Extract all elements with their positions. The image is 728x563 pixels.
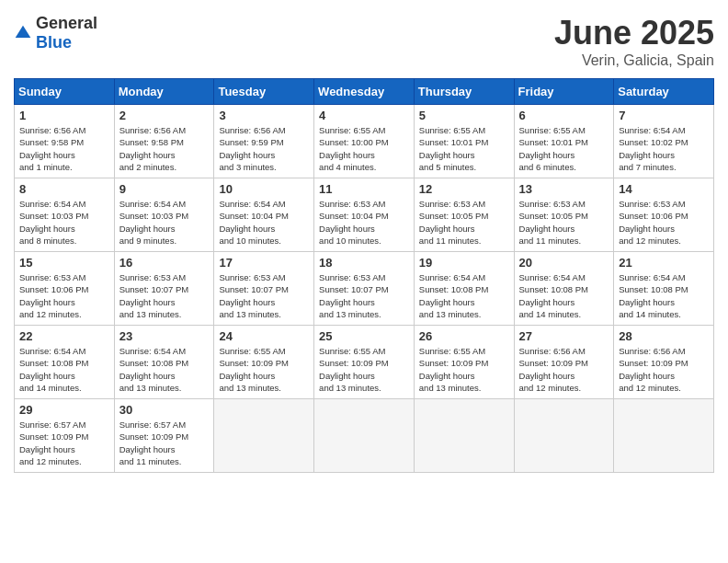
calendar-week-row: 1 Sunrise: 6:56 AM Sunset: 9:58 PM Dayli… (15, 105, 714, 178)
calendar-day-cell: 29 Sunrise: 6:57 AM Sunset: 10:09 PM Day… (15, 399, 115, 473)
weekday-header-cell: Tuesday (214, 79, 314, 105)
calendar-week-row: 29 Sunrise: 6:57 AM Sunset: 10:09 PM Day… (15, 399, 714, 473)
day-info: Sunrise: 6:53 AM Sunset: 10:07 PM Daylig… (219, 271, 309, 320)
day-number: 23 (119, 329, 210, 343)
header: General Blue June 2025 Verin, Galicia, S… (14, 14, 714, 69)
weekday-header-cell: Wednesday (314, 79, 415, 105)
day-number: 26 (419, 329, 509, 343)
day-info: Sunrise: 6:56 AM Sunset: 10:09 PM Daylig… (619, 345, 709, 394)
calendar-day-cell: 9 Sunrise: 6:54 AM Sunset: 10:03 PM Dayl… (114, 178, 214, 252)
calendar-table: SundayMondayTuesdayWednesdayThursdayFrid… (14, 78, 714, 473)
day-info: Sunrise: 6:55 AM Sunset: 10:01 PM Daylig… (519, 124, 609, 173)
calendar-day-cell: 10 Sunrise: 6:54 AM Sunset: 10:04 PM Day… (214, 178, 314, 252)
day-info: Sunrise: 6:55 AM Sunset: 10:09 PM Daylig… (419, 345, 509, 394)
day-number: 13 (519, 182, 609, 196)
calendar-day-cell: 21 Sunrise: 6:54 AM Sunset: 10:08 PM Day… (614, 252, 714, 326)
day-info: Sunrise: 6:53 AM Sunset: 10:07 PM Daylig… (119, 271, 210, 320)
calendar-day-cell: 7 Sunrise: 6:54 AM Sunset: 10:02 PM Dayl… (614, 105, 714, 178)
day-info: Sunrise: 6:54 AM Sunset: 10:08 PM Daylig… (119, 345, 210, 394)
day-info: Sunrise: 6:54 AM Sunset: 10:03 PM Daylig… (19, 198, 109, 247)
calendar-day-cell: 15 Sunrise: 6:53 AM Sunset: 10:06 PM Day… (15, 252, 115, 326)
calendar-title: June 2025 (554, 14, 714, 52)
day-info: Sunrise: 6:55 AM Sunset: 10:09 PM Daylig… (219, 345, 309, 394)
day-info: Sunrise: 6:53 AM Sunset: 10:05 PM Daylig… (419, 198, 509, 247)
weekday-header-cell: Thursday (414, 79, 514, 105)
calendar-day-cell: 12 Sunrise: 6:53 AM Sunset: 10:05 PM Day… (414, 178, 514, 252)
day-number: 29 (19, 403, 109, 417)
day-number: 8 (19, 182, 109, 196)
day-info: Sunrise: 6:53 AM Sunset: 10:05 PM Daylig… (519, 198, 609, 247)
day-info: Sunrise: 6:53 AM Sunset: 10:06 PM Daylig… (19, 271, 109, 320)
day-number: 30 (119, 403, 210, 417)
logo-general: General (36, 14, 97, 32)
day-number: 6 (519, 109, 609, 122)
weekday-header-cell: Friday (514, 79, 614, 105)
calendar-day-cell: 13 Sunrise: 6:53 AM Sunset: 10:05 PM Day… (514, 178, 614, 252)
day-number: 18 (319, 256, 409, 270)
day-info: Sunrise: 6:55 AM Sunset: 10:00 PM Daylig… (319, 124, 409, 173)
weekday-header-cell: Monday (114, 79, 214, 105)
day-info: Sunrise: 6:54 AM Sunset: 10:08 PM Daylig… (19, 345, 109, 394)
calendar-day-cell: 19 Sunrise: 6:54 AM Sunset: 10:08 PM Day… (414, 252, 514, 326)
day-number: 19 (419, 256, 509, 270)
calendar-day-cell (614, 399, 714, 473)
day-number: 2 (119, 109, 210, 122)
day-number: 21 (619, 256, 709, 270)
day-number: 12 (419, 182, 509, 196)
day-number: 25 (319, 329, 409, 343)
calendar-day-cell: 16 Sunrise: 6:53 AM Sunset: 10:07 PM Day… (114, 252, 214, 326)
day-number: 16 (119, 256, 210, 270)
day-info: Sunrise: 6:54 AM Sunset: 10:08 PM Daylig… (619, 271, 709, 320)
day-info: Sunrise: 6:54 AM Sunset: 10:08 PM Daylig… (519, 271, 609, 320)
day-number: 20 (519, 256, 609, 270)
day-info: Sunrise: 6:57 AM Sunset: 10:09 PM Daylig… (19, 419, 109, 467)
logo-blue: Blue (36, 33, 72, 52)
calendar-day-cell: 14 Sunrise: 6:53 AM Sunset: 10:06 PM Day… (614, 178, 714, 252)
day-info: Sunrise: 6:55 AM Sunset: 10:01 PM Daylig… (419, 124, 509, 173)
calendar-week-row: 22 Sunrise: 6:54 AM Sunset: 10:08 PM Day… (15, 326, 714, 399)
calendar-day-cell: 27 Sunrise: 6:56 AM Sunset: 10:09 PM Day… (514, 326, 614, 399)
logo-text: General Blue (36, 14, 97, 52)
calendar-day-cell: 24 Sunrise: 6:55 AM Sunset: 10:09 PM Day… (214, 326, 314, 399)
calendar-day-cell: 11 Sunrise: 6:53 AM Sunset: 10:04 PM Day… (314, 178, 415, 252)
calendar-day-cell: 28 Sunrise: 6:56 AM Sunset: 10:09 PM Day… (614, 326, 714, 399)
weekday-header-row: SundayMondayTuesdayWednesdayThursdayFrid… (15, 79, 714, 105)
day-number: 9 (119, 182, 210, 196)
calendar-day-cell: 30 Sunrise: 6:57 AM Sunset: 10:09 PM Day… (114, 399, 214, 473)
calendar-day-cell: 20 Sunrise: 6:54 AM Sunset: 10:08 PM Day… (514, 252, 614, 326)
day-info: Sunrise: 6:56 AM Sunset: 10:09 PM Daylig… (519, 345, 609, 394)
calendar-day-cell: 26 Sunrise: 6:55 AM Sunset: 10:09 PM Day… (414, 326, 514, 399)
day-info: Sunrise: 6:56 AM Sunset: 9:58 PM Dayligh… (119, 124, 210, 173)
calendar-day-cell (314, 399, 415, 473)
calendar-day-cell: 4 Sunrise: 6:55 AM Sunset: 10:00 PM Dayl… (314, 105, 415, 178)
day-info: Sunrise: 6:56 AM Sunset: 9:59 PM Dayligh… (219, 124, 309, 173)
calendar-day-cell: 22 Sunrise: 6:54 AM Sunset: 10:08 PM Day… (15, 326, 115, 399)
weekday-header-cell: Sunday (15, 79, 115, 105)
logo-icon (14, 24, 32, 42)
calendar-day-cell: 18 Sunrise: 6:53 AM Sunset: 10:07 PM Day… (314, 252, 415, 326)
calendar-week-row: 8 Sunrise: 6:54 AM Sunset: 10:03 PM Dayl… (15, 178, 714, 252)
day-number: 11 (319, 182, 409, 196)
calendar-day-cell: 8 Sunrise: 6:54 AM Sunset: 10:03 PM Dayl… (15, 178, 115, 252)
day-number: 15 (19, 256, 109, 270)
day-info: Sunrise: 6:54 AM Sunset: 10:04 PM Daylig… (219, 198, 309, 247)
day-number: 1 (19, 109, 109, 122)
calendar-day-cell (514, 399, 614, 473)
day-info: Sunrise: 6:54 AM Sunset: 10:08 PM Daylig… (419, 271, 509, 320)
calendar-day-cell: 6 Sunrise: 6:55 AM Sunset: 10:01 PM Dayl… (514, 105, 614, 178)
title-area: June 2025 Verin, Galicia, Spain (554, 14, 714, 69)
calendar-week-row: 15 Sunrise: 6:53 AM Sunset: 10:06 PM Day… (15, 252, 714, 326)
calendar-day-cell: 1 Sunrise: 6:56 AM Sunset: 9:58 PM Dayli… (15, 105, 115, 178)
calendar-day-cell (414, 399, 514, 473)
day-number: 17 (219, 256, 309, 270)
calendar-day-cell: 5 Sunrise: 6:55 AM Sunset: 10:01 PM Dayl… (414, 105, 514, 178)
day-number: 3 (219, 109, 309, 122)
day-number: 14 (619, 182, 709, 196)
logo: General Blue (14, 14, 97, 52)
day-info: Sunrise: 6:53 AM Sunset: 10:06 PM Daylig… (619, 198, 709, 247)
day-info: Sunrise: 6:54 AM Sunset: 10:02 PM Daylig… (619, 124, 709, 173)
calendar-body: 1 Sunrise: 6:56 AM Sunset: 9:58 PM Dayli… (15, 105, 714, 473)
calendar-subtitle: Verin, Galicia, Spain (554, 52, 714, 69)
day-info: Sunrise: 6:57 AM Sunset: 10:09 PM Daylig… (119, 419, 210, 467)
day-info: Sunrise: 6:56 AM Sunset: 9:58 PM Dayligh… (19, 124, 109, 173)
